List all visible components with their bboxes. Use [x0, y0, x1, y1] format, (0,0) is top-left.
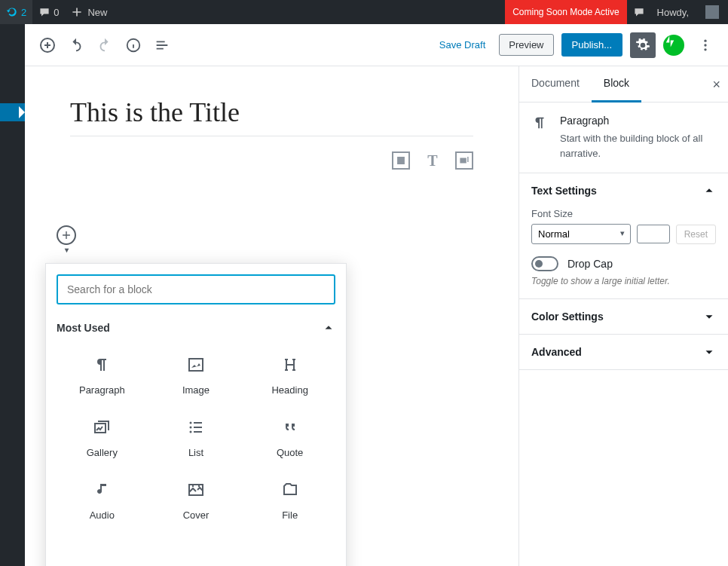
list-icon	[187, 417, 205, 438]
avatar-item[interactable]	[695, 0, 728, 24]
color-settings-panel: Color Settings	[519, 299, 728, 335]
block-item-audio[interactable]: Audio	[57, 469, 148, 528]
reset-button[interactable]: Reset	[676, 225, 716, 244]
drop-cap-label: Drop Cap	[567, 258, 613, 270]
svg-rect-5	[189, 359, 203, 371]
comments-count: 0	[54, 7, 59, 18]
gallery-icon	[93, 417, 111, 438]
chevron-up-icon	[702, 184, 716, 197]
heading-icon	[281, 354, 299, 375]
advanced-header[interactable]: Advanced	[519, 335, 728, 369]
block-item-list[interactable]: List	[151, 406, 242, 466]
refresh-count: 2	[21, 7, 26, 18]
heading-block-shortcut[interactable]: T	[424, 151, 442, 170]
svg-point-9	[189, 431, 191, 433]
chevron-up-icon	[322, 321, 335, 335]
gear-icon	[635, 38, 650, 53]
chevron-down-icon	[702, 345, 716, 359]
tab-document[interactable]: Document	[519, 66, 592, 102]
block-item-paragraph[interactable]: Paragraph	[57, 344, 148, 403]
sidebar-tabs: Document Block ×	[519, 66, 728, 102]
avatar-icon	[705, 5, 719, 19]
undo-button[interactable]	[63, 32, 90, 59]
dots-icon	[698, 38, 713, 53]
settings-sidebar: Document Block × Paragraph Start with th…	[518, 66, 728, 566]
redo-icon	[96, 37, 113, 54]
comment-icon	[633, 6, 645, 18]
comments-item[interactable]: 0	[32, 0, 65, 24]
add-block-button[interactable]	[34, 32, 61, 59]
block-name: Paragraph	[560, 115, 716, 127]
block-item-image[interactable]: Image	[151, 344, 242, 403]
chevron-down-icon	[702, 310, 716, 323]
new-item[interactable]: New	[65, 0, 113, 24]
block-item-gallery[interactable]: Gallery	[57, 406, 148, 466]
howdy-item[interactable]: Howdy,	[651, 0, 695, 24]
jetpack-button[interactable]	[663, 35, 684, 56]
file-icon	[281, 479, 299, 500]
block-item-cover[interactable]: Cover	[151, 469, 242, 528]
save-draft-button[interactable]: Save Draft	[433, 35, 491, 55]
block-description: Paragraph Start with the building block …	[519, 102, 728, 173]
font-size-number-input[interactable]	[637, 225, 670, 243]
outline-button[interactable]	[148, 32, 176, 59]
svg-point-2	[704, 39, 706, 41]
more-menu-button[interactable]	[692, 32, 719, 59]
preview-button[interactable]: Preview	[499, 34, 553, 56]
close-sidebar-button[interactable]: ×	[712, 77, 720, 93]
svg-rect-10	[194, 422, 202, 424]
image-block-shortcut[interactable]	[392, 151, 410, 170]
svg-rect-11	[194, 427, 202, 428]
plus-circle-icon	[38, 36, 57, 54]
settings-button[interactable]	[630, 32, 656, 58]
tab-block[interactable]: Block	[592, 66, 641, 102]
active-menu-marker	[0, 103, 25, 121]
svg-point-7	[189, 422, 191, 424]
color-settings-header[interactable]: Color Settings	[519, 299, 728, 334]
howdy-label: Howdy,	[657, 7, 689, 18]
paragraph-icon	[93, 354, 111, 375]
inline-add-block-button[interactable]	[57, 225, 76, 245]
audio-icon	[93, 479, 111, 500]
refresh-item[interactable]: 2	[0, 0, 32, 24]
category-label: Most Used	[57, 322, 110, 334]
post-title-input[interactable]	[70, 89, 473, 136]
new-label: New	[87, 7, 107, 18]
publish-button[interactable]: Publish...	[561, 33, 622, 57]
wp-admin-strip	[0, 24, 25, 566]
info-button[interactable]	[120, 32, 147, 59]
gallery-block-shortcut[interactable]	[455, 151, 473, 170]
block-item-heading[interactable]: Heading	[244, 344, 335, 403]
notifications-item[interactable]	[627, 0, 651, 24]
plus-icon	[61, 230, 72, 240]
editor: Save Draft Preview Publish... T	[25, 24, 728, 566]
quote-icon	[281, 417, 299, 438]
undo-icon	[68, 37, 84, 54]
gallery-icon	[459, 155, 470, 166]
svg-rect-6	[95, 424, 106, 433]
comment-icon	[38, 6, 50, 18]
admin-bar: 2 0 New Coming Soon Mode Active Howdy,	[0, 0, 728, 24]
cover-icon	[187, 479, 205, 500]
block-item-quote[interactable]: Quote	[244, 406, 335, 466]
block-inserter: Most Used ParagraphImageHeadingGalleryLi…	[45, 263, 347, 566]
paragraph-icon	[531, 115, 549, 161]
refresh-icon	[6, 6, 18, 18]
text-settings-header[interactable]: Text Settings	[519, 173, 728, 208]
image-icon	[396, 155, 406, 166]
redo-button[interactable]	[91, 32, 118, 59]
block-shortcuts: T	[392, 151, 473, 170]
drop-cap-toggle[interactable]	[531, 256, 558, 271]
text-settings-panel: Text Settings Font Size Normal Reset Dro…	[519, 173, 728, 299]
drop-cap-help: Toggle to show a large initial letter.	[531, 276, 716, 286]
block-search-input[interactable]	[57, 274, 335, 304]
inserter-category-header[interactable]: Most Used	[57, 315, 335, 344]
svg-point-3	[704, 44, 706, 46]
image-icon	[187, 354, 205, 375]
block-item-file[interactable]: File	[244, 469, 335, 528]
jetpack-icon	[663, 35, 677, 48]
coming-soon-badge: Coming Soon Mode Active	[505, 0, 626, 24]
font-size-select[interactable]: Normal	[531, 224, 631, 244]
info-icon	[125, 37, 142, 54]
svg-rect-12	[194, 431, 202, 433]
